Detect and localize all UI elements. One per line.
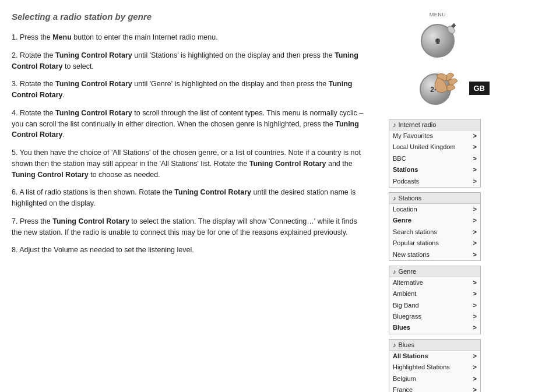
menu-header-stations: ♪ Stations [389, 193, 480, 204]
step-text: to choose as needed. [89, 171, 160, 179]
bold-term: Tuning Control Rotary [174, 188, 251, 196]
right-panel: GB MENU [373, 12, 490, 392]
arrow-icon: > [473, 177, 477, 186]
step-number: 7. Press the [12, 217, 52, 225]
step-text: button to enter the main Internet radio … [72, 33, 218, 41]
step-text: to select. [63, 62, 94, 70]
list-item: 6. A list of radio stations is then show… [12, 187, 367, 209]
menu-item: My Favourites > [389, 130, 480, 142]
item-label: Blues [393, 323, 410, 332]
menu-item: Location > [389, 204, 480, 215]
menu-item: Search stations > [389, 227, 480, 238]
step-number: 1. Press the [12, 33, 52, 41]
item-label: Genre [393, 216, 411, 225]
list-item: 1. Press the Menu button to enter the ma… [12, 32, 367, 43]
arrow-icon: > [473, 375, 477, 383]
item-label: BBC [393, 154, 406, 163]
item-label: Belgium [393, 375, 416, 383]
menu-label: MENU [430, 12, 446, 17]
step-text: until 'Genre' is highlighted on the disp… [132, 80, 329, 88]
music-note-icon: ♪ [393, 121, 396, 128]
music-note-icon: ♪ [393, 341, 396, 348]
arrow-icon: > [473, 205, 477, 214]
knob-diagram-1: 1 [416, 19, 460, 62]
bold-term: Menu [52, 33, 72, 41]
item-label: France [393, 386, 413, 392]
menu-item-highlighted: All Stations > [389, 351, 480, 362]
menu-header-label: Stations [399, 195, 422, 202]
bold-term: Tuning Control Rotary [55, 51, 132, 59]
step-number: 2. Rotate the [12, 51, 55, 59]
step-text: . [63, 130, 65, 139]
menu-box-internet-radio: ♪ Internet radio My Favourites > Local U… [389, 119, 481, 188]
menu-item: BBC > [389, 153, 480, 164]
menu-box-genre: ♪ Genre Alternative > Ambient > Big Band… [389, 266, 481, 334]
menu-header-internet-radio: ♪ Internet radio [389, 119, 480, 130]
menus-panel: ♪ Internet radio My Favourites > Local U… [389, 119, 482, 392]
diagram-step2: 2-7 [413, 65, 463, 114]
menu-item: Highlighted Stations > [389, 362, 480, 373]
bold-term: Tuning Control Rotary [249, 160, 326, 168]
instruction-list: 1. Press the Menu button to enter the ma… [12, 32, 367, 256]
item-label: Popular stations [393, 239, 439, 248]
arrow-icon: > [473, 289, 477, 298]
arrow-icon: > [473, 154, 477, 163]
knob-diagram-27: 2-7 [413, 65, 463, 114]
step-number: 3. Rotate the [12, 80, 55, 88]
menu-item: Podcasts > [389, 176, 480, 187]
arrow-icon: > [473, 216, 477, 225]
bold-term: Tuning Control Rotary [55, 80, 132, 88]
arrow-icon: > [473, 132, 477, 140]
item-label: Location [393, 205, 417, 214]
menu-header-label: Internet radio [399, 121, 437, 128]
menu-item: New stations > [389, 249, 480, 260]
step-number: 6. A list of radio stations is then show… [12, 188, 174, 196]
diagrams-col: MENU 1 [389, 12, 487, 114]
main-content: Selecting a radio station by genre 1. Pr… [12, 12, 373, 392]
page-title: Selecting a radio station by genre [12, 12, 367, 22]
menu-item: Bluegrass > [389, 311, 480, 322]
step-text: . [63, 91, 65, 99]
step-text: until 'Stations' is highlighted on the d… [132, 51, 335, 59]
menu-item: France > [389, 384, 480, 392]
step-number: 4. Rotate the [12, 109, 55, 117]
menu-box-stations: ♪ Stations Location > Genre > Search sta… [389, 192, 481, 261]
list-item: 8. Adjust the Volume as needed to set th… [12, 245, 367, 256]
menu-item: Belgium > [389, 373, 480, 384]
item-label: Search stations [393, 228, 437, 236]
item-label: Podcasts [393, 177, 419, 186]
item-label: Bluegrass [393, 312, 421, 321]
list-item: 4. Rotate the Tuning Control Rotary to s… [12, 108, 367, 140]
list-item: 3. Rotate the Tuning Control Rotary unti… [12, 79, 367, 101]
item-label: All Stations [393, 352, 428, 361]
menu-item: Popular stations > [389, 238, 480, 249]
item-label: Alternative [393, 278, 423, 287]
bold-term: Tuning Control Rotary [52, 217, 129, 225]
menu-item-highlighted: Blues > [389, 322, 480, 333]
item-label: Big Band [393, 301, 419, 310]
menu-box-blues: ♪ Blues All Stations > Highlighted Stati… [389, 339, 481, 392]
step-text: 8. Adjust the Volume as needed to set th… [12, 246, 194, 254]
diagram-step1: MENU 1 [416, 12, 460, 62]
list-item: 5. You then have the choice of 'All Stat… [12, 147, 367, 180]
item-label: My Favourites [393, 132, 433, 140]
arrow-icon: > [473, 363, 477, 372]
item-label: New stations [393, 250, 430, 259]
menu-item: Big Band > [389, 300, 480, 311]
arrow-icon: > [473, 301, 477, 310]
item-label: Stations [393, 165, 418, 174]
list-item: 7. Press the Tuning Control Rotary to se… [12, 216, 367, 238]
arrow-icon: > [473, 386, 477, 392]
item-label: Ambient [393, 289, 416, 298]
menu-item-highlighted: Genre > [389, 215, 480, 226]
menu-header-genre: ♪ Genre [389, 266, 480, 277]
arrow-icon: > [473, 323, 477, 332]
arrow-icon: > [473, 352, 477, 361]
item-label: Highlighted Stations [393, 363, 450, 372]
arrow-icon: > [473, 228, 477, 236]
gb-badge: GB [469, 82, 490, 95]
bold-term: Tuning Control Rotary [55, 109, 132, 117]
step-text: and the [326, 160, 352, 168]
arrow-icon: > [473, 250, 477, 259]
arrow-icon: > [473, 278, 477, 287]
